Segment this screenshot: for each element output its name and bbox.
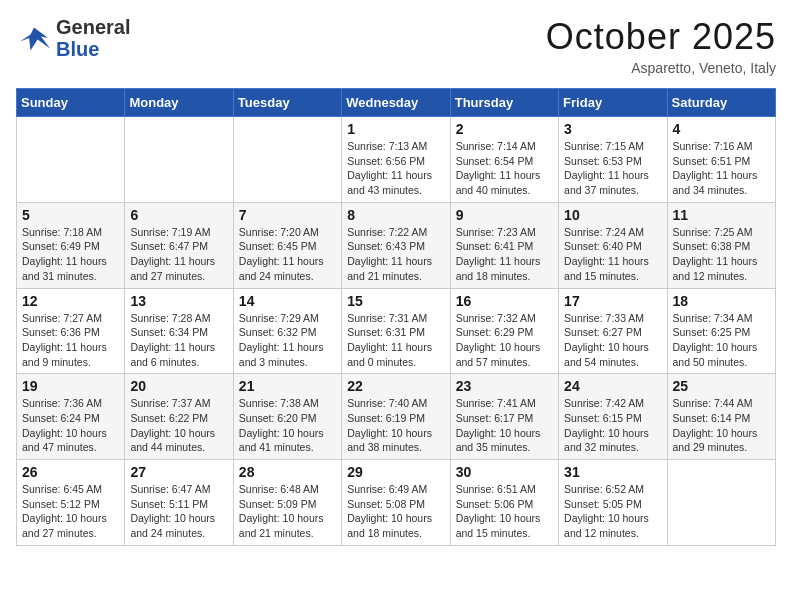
day-number: 27 <box>130 464 227 480</box>
calendar-cell: 14Sunrise: 7:29 AM Sunset: 6:32 PM Dayli… <box>233 288 341 374</box>
day-info: Sunrise: 7:31 AM Sunset: 6:31 PM Dayligh… <box>347 311 444 370</box>
logo: General Blue <box>16 16 130 60</box>
day-info: Sunrise: 7:20 AM Sunset: 6:45 PM Dayligh… <box>239 225 336 284</box>
day-info: Sunrise: 7:25 AM Sunset: 6:38 PM Dayligh… <box>673 225 770 284</box>
weekday-header: Friday <box>559 89 667 117</box>
calendar-cell: 21Sunrise: 7:38 AM Sunset: 6:20 PM Dayli… <box>233 374 341 460</box>
calendar-cell: 9Sunrise: 7:23 AM Sunset: 6:41 PM Daylig… <box>450 202 558 288</box>
calendar-table: SundayMondayTuesdayWednesdayThursdayFrid… <box>16 88 776 546</box>
weekday-header: Sunday <box>17 89 125 117</box>
calendar-cell: 7Sunrise: 7:20 AM Sunset: 6:45 PM Daylig… <box>233 202 341 288</box>
logo-general: General <box>56 16 130 38</box>
day-number: 25 <box>673 378 770 394</box>
day-number: 19 <box>22 378 119 394</box>
calendar-cell: 27Sunrise: 6:47 AM Sunset: 5:11 PM Dayli… <box>125 460 233 546</box>
calendar-week-row: 26Sunrise: 6:45 AM Sunset: 5:12 PM Dayli… <box>17 460 776 546</box>
day-info: Sunrise: 7:27 AM Sunset: 6:36 PM Dayligh… <box>22 311 119 370</box>
day-info: Sunrise: 7:33 AM Sunset: 6:27 PM Dayligh… <box>564 311 661 370</box>
calendar-cell: 6Sunrise: 7:19 AM Sunset: 6:47 PM Daylig… <box>125 202 233 288</box>
day-number: 9 <box>456 207 553 223</box>
day-number: 11 <box>673 207 770 223</box>
day-number: 23 <box>456 378 553 394</box>
calendar-cell: 19Sunrise: 7:36 AM Sunset: 6:24 PM Dayli… <box>17 374 125 460</box>
day-number: 7 <box>239 207 336 223</box>
day-number: 12 <box>22 293 119 309</box>
calendar-cell <box>667 460 775 546</box>
weekday-header: Thursday <box>450 89 558 117</box>
logo-blue: Blue <box>56 38 130 60</box>
location-subtitle: Asparetto, Veneto, Italy <box>546 60 776 76</box>
day-info: Sunrise: 7:19 AM Sunset: 6:47 PM Dayligh… <box>130 225 227 284</box>
calendar-week-row: 12Sunrise: 7:27 AM Sunset: 6:36 PM Dayli… <box>17 288 776 374</box>
calendar-week-row: 19Sunrise: 7:36 AM Sunset: 6:24 PM Dayli… <box>17 374 776 460</box>
calendar-header-row: SundayMondayTuesdayWednesdayThursdayFrid… <box>17 89 776 117</box>
day-info: Sunrise: 7:42 AM Sunset: 6:15 PM Dayligh… <box>564 396 661 455</box>
calendar-cell: 18Sunrise: 7:34 AM Sunset: 6:25 PM Dayli… <box>667 288 775 374</box>
day-info: Sunrise: 7:36 AM Sunset: 6:24 PM Dayligh… <box>22 396 119 455</box>
day-number: 1 <box>347 121 444 137</box>
calendar-cell: 2Sunrise: 7:14 AM Sunset: 6:54 PM Daylig… <box>450 117 558 203</box>
calendar-cell: 30Sunrise: 6:51 AM Sunset: 5:06 PM Dayli… <box>450 460 558 546</box>
calendar-cell: 24Sunrise: 7:42 AM Sunset: 6:15 PM Dayli… <box>559 374 667 460</box>
day-info: Sunrise: 6:47 AM Sunset: 5:11 PM Dayligh… <box>130 482 227 541</box>
calendar-cell: 8Sunrise: 7:22 AM Sunset: 6:43 PM Daylig… <box>342 202 450 288</box>
day-info: Sunrise: 7:18 AM Sunset: 6:49 PM Dayligh… <box>22 225 119 284</box>
day-number: 15 <box>347 293 444 309</box>
calendar-cell: 12Sunrise: 7:27 AM Sunset: 6:36 PM Dayli… <box>17 288 125 374</box>
calendar-cell <box>233 117 341 203</box>
day-info: Sunrise: 7:32 AM Sunset: 6:29 PM Dayligh… <box>456 311 553 370</box>
calendar-cell: 22Sunrise: 7:40 AM Sunset: 6:19 PM Dayli… <box>342 374 450 460</box>
day-info: Sunrise: 7:23 AM Sunset: 6:41 PM Dayligh… <box>456 225 553 284</box>
day-number: 21 <box>239 378 336 394</box>
calendar-cell: 28Sunrise: 6:48 AM Sunset: 5:09 PM Dayli… <box>233 460 341 546</box>
day-number: 24 <box>564 378 661 394</box>
calendar-cell: 3Sunrise: 7:15 AM Sunset: 6:53 PM Daylig… <box>559 117 667 203</box>
calendar-cell: 31Sunrise: 6:52 AM Sunset: 5:05 PM Dayli… <box>559 460 667 546</box>
day-number: 13 <box>130 293 227 309</box>
day-info: Sunrise: 7:40 AM Sunset: 6:19 PM Dayligh… <box>347 396 444 455</box>
day-number: 17 <box>564 293 661 309</box>
day-info: Sunrise: 7:34 AM Sunset: 6:25 PM Dayligh… <box>673 311 770 370</box>
weekday-header: Tuesday <box>233 89 341 117</box>
calendar-cell: 20Sunrise: 7:37 AM Sunset: 6:22 PM Dayli… <box>125 374 233 460</box>
day-info: Sunrise: 7:37 AM Sunset: 6:22 PM Dayligh… <box>130 396 227 455</box>
day-number: 20 <box>130 378 227 394</box>
calendar-week-row: 1Sunrise: 7:13 AM Sunset: 6:56 PM Daylig… <box>17 117 776 203</box>
calendar-cell: 16Sunrise: 7:32 AM Sunset: 6:29 PM Dayli… <box>450 288 558 374</box>
header: General Blue October 2025 Asparetto, Ven… <box>16 16 776 76</box>
weekday-header: Wednesday <box>342 89 450 117</box>
calendar-cell: 15Sunrise: 7:31 AM Sunset: 6:31 PM Dayli… <box>342 288 450 374</box>
day-info: Sunrise: 7:13 AM Sunset: 6:56 PM Dayligh… <box>347 139 444 198</box>
day-number: 22 <box>347 378 444 394</box>
calendar-cell: 23Sunrise: 7:41 AM Sunset: 6:17 PM Dayli… <box>450 374 558 460</box>
day-info: Sunrise: 6:48 AM Sunset: 5:09 PM Dayligh… <box>239 482 336 541</box>
day-number: 14 <box>239 293 336 309</box>
day-info: Sunrise: 6:49 AM Sunset: 5:08 PM Dayligh… <box>347 482 444 541</box>
day-number: 29 <box>347 464 444 480</box>
day-number: 10 <box>564 207 661 223</box>
calendar-cell: 29Sunrise: 6:49 AM Sunset: 5:08 PM Dayli… <box>342 460 450 546</box>
calendar-cell: 25Sunrise: 7:44 AM Sunset: 6:14 PM Dayli… <box>667 374 775 460</box>
svg-marker-0 <box>20 28 50 51</box>
day-info: Sunrise: 6:52 AM Sunset: 5:05 PM Dayligh… <box>564 482 661 541</box>
calendar-cell <box>125 117 233 203</box>
calendar-cell: 1Sunrise: 7:13 AM Sunset: 6:56 PM Daylig… <box>342 117 450 203</box>
day-number: 18 <box>673 293 770 309</box>
calendar-cell: 17Sunrise: 7:33 AM Sunset: 6:27 PM Dayli… <box>559 288 667 374</box>
day-number: 16 <box>456 293 553 309</box>
weekday-header: Saturday <box>667 89 775 117</box>
calendar-cell: 4Sunrise: 7:16 AM Sunset: 6:51 PM Daylig… <box>667 117 775 203</box>
calendar-cell: 26Sunrise: 6:45 AM Sunset: 5:12 PM Dayli… <box>17 460 125 546</box>
calendar-week-row: 5Sunrise: 7:18 AM Sunset: 6:49 PM Daylig… <box>17 202 776 288</box>
month-title: October 2025 <box>546 16 776 58</box>
day-info: Sunrise: 7:29 AM Sunset: 6:32 PM Dayligh… <box>239 311 336 370</box>
weekday-header: Monday <box>125 89 233 117</box>
day-number: 31 <box>564 464 661 480</box>
day-info: Sunrise: 6:45 AM Sunset: 5:12 PM Dayligh… <box>22 482 119 541</box>
day-info: Sunrise: 7:24 AM Sunset: 6:40 PM Dayligh… <box>564 225 661 284</box>
title-section: October 2025 Asparetto, Veneto, Italy <box>546 16 776 76</box>
calendar-cell: 10Sunrise: 7:24 AM Sunset: 6:40 PM Dayli… <box>559 202 667 288</box>
calendar-cell: 11Sunrise: 7:25 AM Sunset: 6:38 PM Dayli… <box>667 202 775 288</box>
day-number: 5 <box>22 207 119 223</box>
day-info: Sunrise: 7:22 AM Sunset: 6:43 PM Dayligh… <box>347 225 444 284</box>
